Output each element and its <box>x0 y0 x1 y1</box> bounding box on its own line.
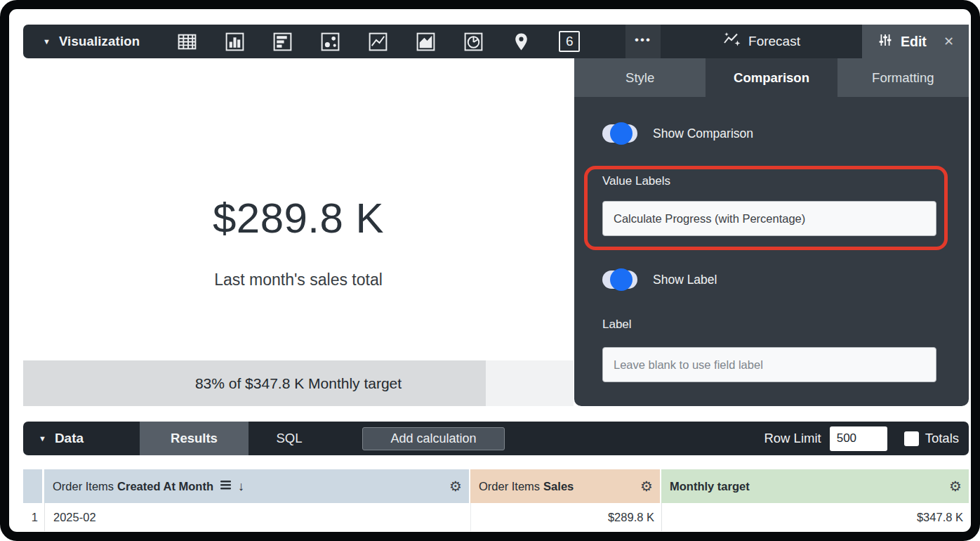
show-comparison-label: Show Comparison <box>653 126 753 141</box>
annotation-highlight-box <box>584 166 948 250</box>
collapse-caret-icon[interactable]: ▼ <box>39 434 46 443</box>
toggle-knob <box>610 122 633 145</box>
comparison-settings-panel: Show Comparison Value Labels Calculate P… <box>574 97 969 406</box>
sort-desc-icon: ↓ <box>238 479 244 494</box>
show-label-toggle[interactable] <box>602 270 637 289</box>
cell-monthly-target: $347.8 K <box>661 503 969 531</box>
tune-icon <box>877 32 894 52</box>
pie-chart-icon[interactable] <box>463 31 484 53</box>
totals-checkbox[interactable] <box>904 431 919 446</box>
line-chart-icon[interactable] <box>367 31 389 53</box>
cell-created-at-month: 2025-02 <box>44 503 469 531</box>
bar-chart-icon[interactable] <box>272 31 293 53</box>
looker-explore-window: ▼ Visualization 6 ••• Forecast Edit ✕ St… <box>0 0 980 541</box>
data-bar-controls: Row Limit Totals <box>764 422 959 455</box>
panel-tabs: Style Comparison Formatting <box>574 58 969 97</box>
table-icon[interactable] <box>176 31 198 53</box>
data-section-title: ▼ Data <box>39 422 84 455</box>
single-value-subtitle: Last month's sales total <box>23 270 574 289</box>
gear-icon[interactable]: ⚙ <box>949 479 962 493</box>
visualization-title: Visualization <box>59 34 140 49</box>
tab-results[interactable]: Results <box>140 422 249 455</box>
more-options-button[interactable]: ••• <box>625 25 661 58</box>
viz-type-picker <box>176 31 532 53</box>
more-options-icon: ••• <box>635 34 651 50</box>
cell-sales: $289.8 K <box>470 503 660 531</box>
forecast-label: Forecast <box>748 34 800 49</box>
row-limit-input[interactable] <box>830 426 887 451</box>
totals-label: Totals <box>925 431 959 446</box>
tab-formatting[interactable]: Formatting <box>837 58 969 97</box>
tab-style[interactable]: Style <box>574 58 706 97</box>
edit-button[interactable]: Edit ✕ <box>862 25 969 58</box>
show-comparison-toggle[interactable] <box>602 124 637 143</box>
tab-sql[interactable]: SQL <box>249 422 330 455</box>
column-header-monthly-target[interactable]: Monthly target ⚙ <box>661 469 969 503</box>
edit-label: Edit <box>901 34 927 50</box>
add-calculation-button[interactable]: Add calculation <box>362 427 505 450</box>
sort-list-icon <box>220 480 233 493</box>
tab-comparison[interactable]: Comparison <box>706 58 837 97</box>
row-limit-label: Row Limit <box>764 431 821 446</box>
close-icon[interactable]: ✕ <box>943 34 954 49</box>
forecast-button[interactable]: Forecast <box>661 25 862 58</box>
gear-icon[interactable]: ⚙ <box>640 479 653 493</box>
area-chart-icon[interactable] <box>415 31 437 53</box>
map-pin-icon[interactable] <box>510 31 532 53</box>
column-header-sales[interactable]: Order Items Sales ⚙ <box>470 469 660 503</box>
single-value-display: $289.8 K <box>23 194 574 242</box>
data-section-bar: ▼ Data Results SQL Add calculation Row L… <box>23 422 969 455</box>
collapse-caret-icon[interactable]: ▼ <box>43 37 51 46</box>
label-field-label: Label <box>602 318 632 332</box>
show-label-label: Show Label <box>653 273 717 287</box>
show-comparison-row: Show Comparison <box>602 122 753 145</box>
row-number-header <box>23 469 42 503</box>
comparison-progress-bar: 83% of $347.8 K Monthly target <box>23 360 574 406</box>
toggle-knob <box>610 268 633 291</box>
label-input[interactable] <box>602 347 936 382</box>
scatter-icon[interactable] <box>319 31 341 53</box>
gear-icon[interactable]: ⚙ <box>449 479 462 493</box>
column-chart-icon[interactable] <box>224 31 246 53</box>
visualization-toolbar: ▼ Visualization 6 <box>23 25 625 58</box>
column-header-created-at-month[interactable]: Order Items Created At Month ↓ ⚙ <box>44 469 469 503</box>
viz-type-badge[interactable]: 6 <box>559 31 580 52</box>
forecast-icon <box>722 31 741 53</box>
progress-text: 83% of $347.8 K Monthly target <box>23 360 574 406</box>
show-label-row: Show Label <box>602 268 717 291</box>
row-number-cell: 1 <box>23 503 42 531</box>
